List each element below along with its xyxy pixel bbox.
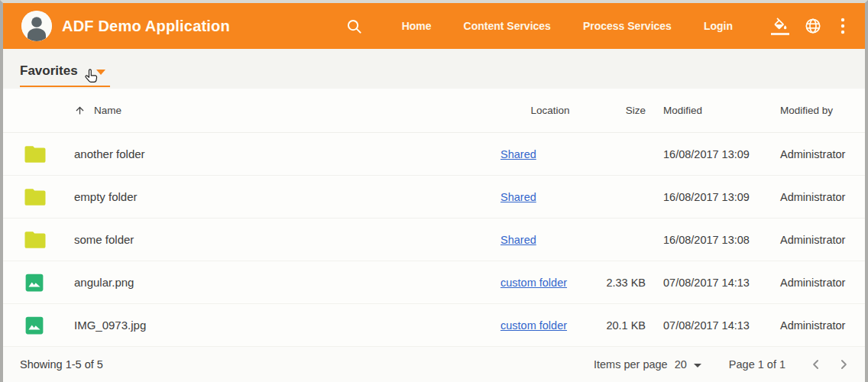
location-link[interactable]: custom folder: [500, 277, 567, 289]
modified-by: Administrator: [763, 148, 845, 160]
folder-icon: [24, 145, 46, 163]
location-cell: custom folder: [500, 277, 600, 289]
app-title: ADF Demo Application: [62, 18, 230, 35]
file-size: 20.1 KB: [600, 319, 646, 332]
location-link[interactable]: Shared: [500, 148, 536, 160]
favorites-label: Favorites: [20, 63, 78, 79]
modified-by: Administrator: [763, 191, 845, 203]
language-globe-icon[interactable]: [804, 17, 822, 35]
items-per-page-select[interactable]: Items per page 20: [594, 358, 701, 371]
theme-picker-icon[interactable]: [771, 18, 789, 35]
column-header-size[interactable]: Size: [600, 105, 646, 116]
column-header-modified-by[interactable]: Modified by: [763, 105, 844, 116]
app-header: ADF Demo Application Home Content Servic…: [3, 3, 865, 49]
file-name: another folder: [74, 147, 500, 160]
more-menu-icon[interactable]: [840, 18, 845, 34]
main-nav: Home Content Services Process Services L…: [386, 20, 749, 32]
header-icon-group: [764, 17, 850, 35]
modified-date: 16/08/2017 13:09: [646, 191, 763, 203]
showing-count-label: Showing 1-5 of 5: [20, 358, 103, 371]
document-list: Name Location Size Modified Modified by …: [3, 89, 865, 347]
modified-date: 16/08/2017 13:08: [646, 234, 763, 246]
location-link[interactable]: Shared: [500, 234, 536, 246]
items-per-page-label: Items per page: [594, 358, 668, 371]
file-type-icon-cell: [24, 231, 74, 249]
table-row[interactable]: some folder Shared 16/08/2017 13:08 Admi…: [3, 219, 865, 261]
page-indicator: Page 1 of 1: [729, 358, 785, 371]
modified-date: 16/08/2017 13:09: [646, 148, 763, 160]
nav-home[interactable]: Home: [402, 20, 432, 32]
cursor-pointer-icon: [83, 67, 100, 89]
file-type-icon-cell: [24, 188, 74, 206]
file-size: 2.33 KB: [600, 277, 646, 289]
user-avatar-icon[interactable]: [21, 11, 52, 41]
app-window: ADF Demo Application Home Content Servic…: [0, 0, 868, 382]
location-cell: Shared: [500, 234, 600, 246]
table-row[interactable]: IMG_0973.jpg custom folder 20.1 KB 07/08…: [3, 304, 865, 347]
table-row[interactable]: empty folder Shared 16/08/2017 13:09 Adm…: [3, 176, 865, 219]
search-icon[interactable]: [345, 18, 363, 35]
modified-by: Administrator: [763, 277, 845, 289]
items-per-page-caret-icon: [694, 364, 701, 367]
nav-content-services[interactable]: Content Services: [464, 20, 551, 32]
modified-by: Administrator: [763, 319, 845, 332]
table-header-row: Name Location Size Modified Modified by: [3, 89, 865, 133]
file-type-icon-cell: [24, 273, 74, 293]
folder-icon: [24, 231, 46, 249]
location-cell: Shared: [500, 191, 600, 203]
previous-page-icon[interactable]: [808, 357, 824, 372]
modified-date: 07/08/2017 14:13: [646, 319, 763, 332]
modified-by: Administrator: [763, 234, 845, 246]
file-name: some folder: [74, 233, 500, 246]
location-link[interactable]: custom folder: [500, 319, 567, 332]
location-link[interactable]: Shared: [500, 191, 536, 203]
folder-icon: [24, 188, 46, 206]
file-name: empty folder: [74, 190, 500, 203]
sort-ascending-icon: [74, 105, 86, 116]
header-actions: Home Content Services Process Services L…: [345, 17, 850, 35]
file-name: angular.png: [74, 276, 500, 289]
pagination-footer: Showing 1-5 of 5 Items per page 20 Page …: [3, 347, 865, 382]
table-row[interactable]: angular.png custom folder 2.33 KB 07/08/…: [3, 261, 865, 304]
document-list-toolbar: Favorites: [3, 49, 865, 89]
theme-picker-underline: [771, 33, 789, 35]
location-cell: Shared: [500, 148, 600, 160]
table-body: another folder Shared 16/08/2017 13:09 A…: [3, 133, 865, 347]
next-page-icon[interactable]: [836, 357, 851, 372]
items-per-page-value: 20: [675, 358, 687, 371]
image-file-icon: [24, 273, 44, 293]
table-row[interactable]: another folder Shared 16/08/2017 13:09 A…: [3, 133, 865, 176]
pager-controls: Items per page 20 Page 1 of 1: [594, 357, 851, 372]
location-cell: custom folder: [500, 319, 600, 332]
file-type-icon-cell: [24, 145, 74, 163]
column-header-modified[interactable]: Modified: [646, 105, 763, 116]
modified-date: 07/08/2017 14:13: [646, 277, 763, 289]
image-file-icon: [24, 316, 44, 335]
nav-login[interactable]: Login: [704, 20, 733, 32]
file-name: IMG_0973.jpg: [74, 319, 500, 332]
nav-process-services[interactable]: Process Services: [583, 20, 672, 32]
column-header-name[interactable]: Name: [74, 105, 500, 116]
file-type-icon-cell: [24, 316, 74, 335]
column-header-location[interactable]: Location: [500, 105, 600, 116]
